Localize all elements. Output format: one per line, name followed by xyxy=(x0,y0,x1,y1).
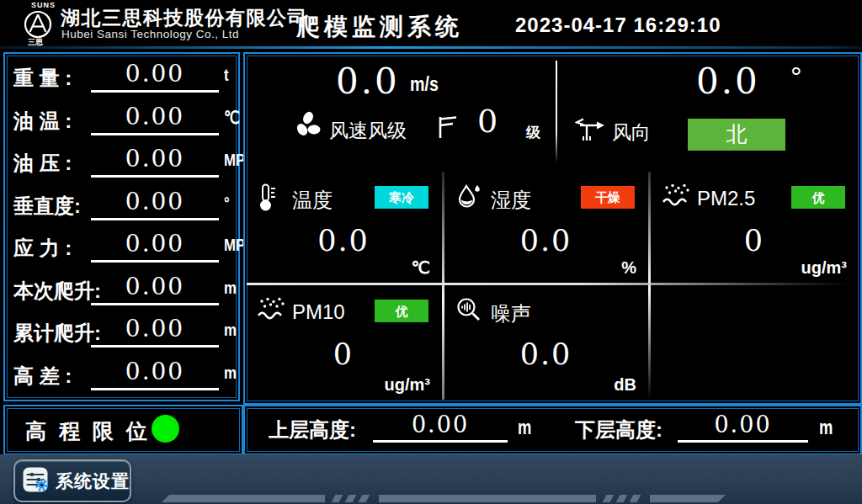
metric-label: 重 量 : xyxy=(13,65,72,92)
footer-stripe-slash xyxy=(359,495,370,502)
metric-row-stress: 应 力 : 0.00 MPa xyxy=(5,228,238,271)
wind-level-value: 0 xyxy=(477,103,498,140)
metric-value: 0.00 xyxy=(91,230,219,263)
footer-stripe-slash xyxy=(616,495,628,502)
metric-label: 垂直度: xyxy=(13,193,81,220)
lower-height-unit: m xyxy=(819,416,833,439)
sensor-value: 0.0 xyxy=(245,224,442,257)
metric-unit: m xyxy=(224,278,237,298)
monitoring-screen: SUNS 三思 湖北三思科技股份有限公司 Hubei Sansi Technol… xyxy=(0,0,862,504)
dust-icon xyxy=(257,296,287,321)
sensor-status-badge: 寒冷 xyxy=(375,186,428,209)
metric-row-verticality: 垂直度: 0.00 ° xyxy=(5,186,238,229)
sensor-status-badge: 优 xyxy=(791,186,845,209)
sensor-name: PM10 xyxy=(292,300,345,324)
elevation-limit-panel: 高 程 限 位 xyxy=(3,405,243,455)
wind-section-divider xyxy=(556,61,557,163)
footer-stripe-slash xyxy=(603,495,615,502)
sensor-cell-humidity: 湿度 干燥 0.0 % xyxy=(444,172,648,283)
sensor-cell-empty xyxy=(650,285,859,400)
metric-value: 0.00 xyxy=(91,145,219,178)
upper-height-value: 0.00 xyxy=(373,411,508,443)
elevation-limit-indicator xyxy=(152,415,179,443)
environment-panel: 0.0 m/s 风速风级 0 级 0.0 ° xyxy=(243,52,862,405)
page-title: 爬模监测系统 xyxy=(296,11,463,43)
sensor-cell-temperature: 温度 寒冷 0.0 ℃ xyxy=(245,172,442,283)
wind-direction-value: 0.0 xyxy=(696,61,760,102)
wind-vane-icon xyxy=(575,116,605,143)
sensor-status-badge: 干燥 xyxy=(581,186,635,209)
metric-value: 0.00 xyxy=(91,188,219,220)
sensor-unit: ℃ xyxy=(412,257,430,278)
sensor-name: 噪声 xyxy=(491,300,531,327)
metric-unit: t xyxy=(224,65,229,85)
metric-value: 0.00 xyxy=(91,315,219,347)
header-accent-line xyxy=(0,46,862,49)
lower-height-value: 0.00 xyxy=(678,411,808,443)
layer-height-panel: 上层高度: 0.00 m 下层高度: 0.00 m xyxy=(243,405,862,455)
sensor-value: 0.0 xyxy=(444,337,648,371)
metric-row-height-diff: 高 差 : 0.00 m xyxy=(5,356,238,399)
metric-value: 0.00 xyxy=(91,103,219,135)
sensor-cell-pm10: PM10 优 0 ug/m³ xyxy=(245,285,442,400)
sensor-cell-noise: 噪声 0.0 dB xyxy=(444,285,648,400)
footer-stripe xyxy=(162,495,325,502)
lower-height-label: 下层高度: xyxy=(575,416,662,443)
fan-icon xyxy=(292,109,324,141)
wind-speed-value: 0.0 xyxy=(336,61,400,102)
metric-label: 累计爬升: xyxy=(13,320,101,347)
sensor-value: 0 xyxy=(245,337,442,371)
metric-row-oil-pressure: 油 压 : 0.00 MPa xyxy=(5,143,238,186)
footer-stripe-slash xyxy=(630,495,641,502)
metric-value: 0.00 xyxy=(91,273,219,305)
metric-label: 油 压 : xyxy=(13,150,72,177)
logo-suns-text: SUNS xyxy=(31,1,56,9)
metric-value: 0.00 xyxy=(91,60,219,93)
company-name-en: Hubei Sansi Technology Co., Ltd xyxy=(61,28,239,40)
sensor-name: 温度 xyxy=(292,187,333,214)
droplet-icon xyxy=(455,183,482,210)
metric-unit: ° xyxy=(224,193,230,213)
metric-row-oil-temp: 油 温 : 0.00 ℃ xyxy=(5,101,238,144)
footer-stripe xyxy=(379,495,596,502)
wind-level-unit: 级 xyxy=(526,123,540,142)
sensor-name: 湿度 xyxy=(491,187,531,214)
metric-row-total-climb: 累计爬升: 0.00 m xyxy=(5,313,238,356)
metric-label: 本次爬升: xyxy=(13,278,101,305)
company-logo-icon xyxy=(23,9,53,40)
elevation-limit-label: 高 程 限 位 xyxy=(25,417,151,445)
sensor-unit: dB xyxy=(614,375,636,395)
metric-unit: m xyxy=(224,363,237,383)
upper-height-label: 上层高度: xyxy=(269,416,356,443)
sensor-cell-pm25: PM2.5 优 0 ug/m³ xyxy=(650,172,859,283)
metric-label: 油 温 : xyxy=(13,108,72,135)
header-bar: SUNS 三思 湖北三思科技股份有限公司 Hubei Sansi Technol… xyxy=(0,0,862,46)
upper-height-unit: m xyxy=(518,416,531,439)
datetime-display: 2023-04-17 16:29:10 xyxy=(515,13,721,37)
sensor-value: 0.0 xyxy=(444,224,648,257)
dust-icon xyxy=(662,183,692,208)
sensor-status-badge: 优 xyxy=(375,300,428,322)
metric-unit: m xyxy=(224,320,237,340)
sensor-unit: % xyxy=(621,258,636,278)
sensor-value: 0 xyxy=(650,224,859,257)
sensor-name: PM2.5 xyxy=(697,187,755,210)
sensor-unit: ug/m³ xyxy=(801,258,847,278)
wind-speed-label: 风速风级 xyxy=(329,118,407,144)
gear-icon xyxy=(34,477,50,493)
metrics-panel: 重 量 : 0.00 t 油 温 : 0.00 ℃ 油 压 : 0.00 MPa… xyxy=(3,52,240,401)
sensor-unit: ug/m³ xyxy=(385,375,430,395)
system-settings-button[interactable]: 系统设置 xyxy=(13,459,131,502)
metric-row-weight: 重 量 : 0.00 t xyxy=(5,58,238,101)
noise-icon xyxy=(455,296,482,323)
wind-direction-label: 风向 xyxy=(612,119,651,146)
metric-label: 应 力 : xyxy=(13,235,72,262)
metric-label: 高 差 : xyxy=(13,363,72,390)
wind-speed-unit: m/s xyxy=(410,72,439,96)
wind-level-flag-icon xyxy=(437,114,459,140)
footer-stripe xyxy=(650,495,726,502)
settings-button-label: 系统设置 xyxy=(56,470,130,493)
metric-unit: ℃ xyxy=(224,108,240,128)
wind-direction-badge: 北 xyxy=(688,119,785,151)
metric-row-current-climb: 本次爬升: 0.00 m xyxy=(5,271,238,314)
